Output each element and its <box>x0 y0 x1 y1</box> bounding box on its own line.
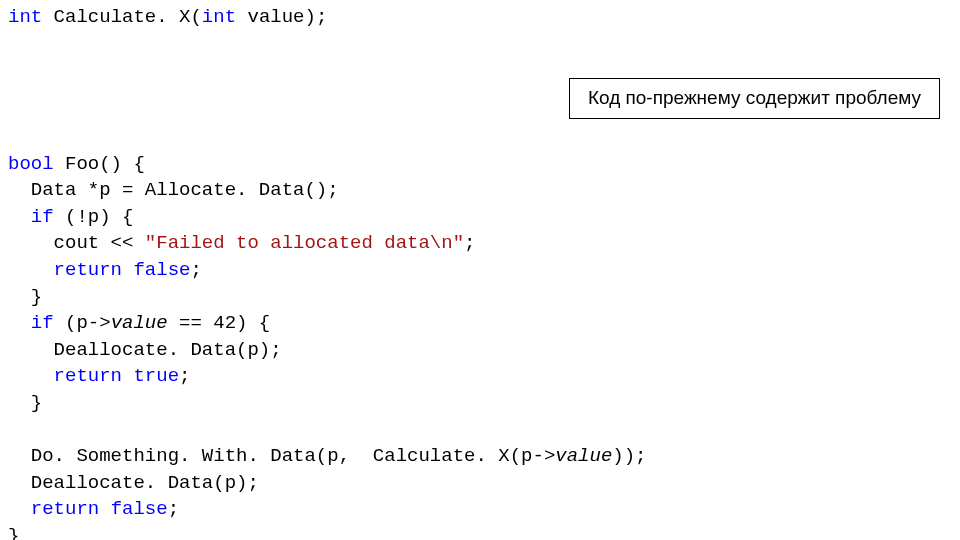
code-block-function: bool Foo() { Data *p = Allocate. Data();… <box>8 151 952 540</box>
member-value: value <box>111 312 168 334</box>
keyword-true: true <box>133 365 179 387</box>
callout-text: Код по-прежнему содержит проблему <box>588 87 921 108</box>
keyword-if: if <box>31 312 54 334</box>
keyword-int: int <box>8 6 42 28</box>
keyword-return: return <box>54 259 122 281</box>
keyword-int: int <box>202 6 236 28</box>
callout-note: Код по-прежнему содержит проблему <box>569 78 940 119</box>
keyword-return: return <box>54 365 122 387</box>
keyword-bool: bool <box>8 153 54 175</box>
code-line-declaration: int Calculate. X(int value); <box>8 4 952 31</box>
keyword-false: false <box>111 498 168 520</box>
member-value: value <box>555 445 612 467</box>
keyword-false: false <box>133 259 190 281</box>
keyword-if: if <box>31 206 54 228</box>
string-literal: "Failed to allocated data\n" <box>145 232 464 254</box>
keyword-return: return <box>31 498 99 520</box>
